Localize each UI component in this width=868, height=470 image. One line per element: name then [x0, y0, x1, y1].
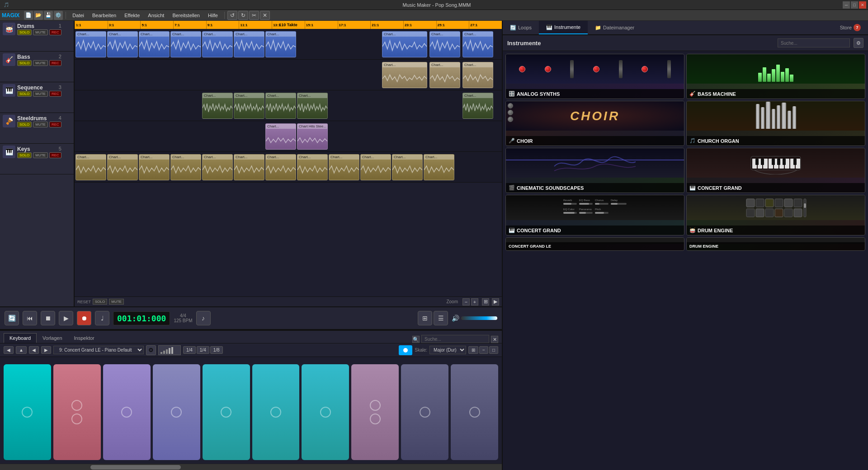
volume-slider[interactable]	[461, 316, 497, 320]
clip-drums-9[interactable]: Chart...	[429, 31, 460, 57]
note-len-1[interactable]: 1/4	[183, 346, 196, 354]
clip-keys-3[interactable]: Chart...	[139, 154, 170, 180]
kb-arrow-right[interactable]: ▶	[41, 346, 51, 354]
note-len-3[interactable]: 1/8	[210, 346, 223, 354]
tab-vorlagen[interactable]: Vorlagen	[37, 333, 68, 343]
card-concert-grand[interactable]: 🎹 CONCERT GRAND	[686, 148, 865, 193]
clip-keys-12[interactable]: Chart...	[424, 154, 454, 180]
loop-button[interactable]: 🔄	[5, 311, 19, 325]
track-mute-3[interactable]: MUTE	[33, 91, 48, 97]
clip-keys-11[interactable]: Chart...	[392, 154, 423, 180]
clip-drums-1[interactable]: Chart...	[75, 31, 106, 57]
extra-btn-2[interactable]: −	[479, 346, 488, 354]
instrumente-search[interactable]	[778, 38, 850, 47]
clip-keys-5[interactable]: Chart...	[202, 154, 233, 180]
menu-datei[interactable]: Datei	[69, 12, 88, 19]
clip-steel-1[interactable]: Chart...	[265, 123, 296, 150]
extra-btn-1[interactable]: ⊞	[468, 346, 478, 354]
card-concert-small[interactable]: CONCERT GRAND LE	[505, 237, 684, 251]
extra-btn-3[interactable]: □	[489, 346, 498, 354]
save-button[interactable]: 💾	[44, 11, 53, 20]
tune-button[interactable]: ♪	[196, 311, 211, 325]
list-view-button[interactable]: ☰	[434, 311, 448, 325]
pad-3[interactable]	[103, 364, 151, 460]
clip-keys-6[interactable]: Chart...	[234, 154, 264, 180]
pad-10[interactable]	[451, 364, 498, 460]
clip-drums-4[interactable]: Chart...	[170, 31, 201, 57]
grid-view-button[interactable]: ⊞	[418, 311, 432, 325]
card-drum-small[interactable]: DRUM ENGINE	[686, 237, 865, 251]
preset-settings[interactable]: ⚙	[146, 345, 156, 355]
clip-keys-2[interactable]: Chart...	[107, 154, 138, 180]
tab-dateimanager[interactable]: 📁 Dateimanager	[588, 21, 642, 34]
clip-keys-7[interactable]: Chart...	[265, 154, 296, 180]
instrumente-settings[interactable]: ⚙	[854, 38, 863, 48]
track-mute-5[interactable]: MUTE	[33, 152, 48, 158]
minimize-button[interactable]: ─	[843, 1, 850, 9]
settings-button[interactable]: ⚙️	[54, 11, 63, 20]
new-button[interactable]: 📄	[24, 11, 33, 20]
card-concert-grand-2[interactable]: Reverb EQ Bass Chorus Delay	[505, 195, 684, 235]
open-button[interactable]: 📂	[34, 11, 43, 20]
kb-arrow-left2[interactable]: ◀	[29, 346, 39, 354]
tracks-scroll[interactable]: Chart... Chart... Chart...	[75, 29, 502, 296]
pad-9[interactable]	[401, 364, 448, 460]
play-button[interactable]: ▶	[59, 311, 73, 325]
clip-drums-2[interactable]: Chart...	[107, 31, 138, 57]
stop-button[interactable]: ⏹	[41, 311, 55, 325]
clip-bass-1[interactable]: Chart...	[382, 62, 427, 88]
h-scroll-thumb[interactable]	[90, 465, 181, 470]
tab-store[interactable]: Store 7	[833, 21, 868, 34]
tab-loops[interactable]: 🔄 Loops	[503, 21, 539, 34]
clip-seq-3[interactable]: Chart...	[265, 93, 296, 119]
track-mute-1[interactable]: MUTE	[33, 29, 48, 35]
track-solo-2[interactable]: SOLO	[17, 60, 32, 66]
cut-tool[interactable]: ✂	[249, 11, 259, 20]
menu-bearbeiten[interactable]: Bearbeiten	[89, 12, 120, 19]
undo-button[interactable]: ↺	[227, 11, 237, 20]
tab-inspektor[interactable]: Inspektor	[68, 333, 100, 343]
clip-seq-5[interactable]: Chart...	[462, 93, 493, 119]
kb-arrow-up[interactable]: ▲	[16, 346, 27, 354]
panel-search-input[interactable]	[421, 335, 489, 343]
rewind-button[interactable]: ⏮	[23, 311, 37, 325]
tab-keyboard[interactable]: Keyboard	[4, 333, 37, 343]
pad-2[interactable]	[53, 364, 101, 460]
timeline-ruler[interactable]: 1:1 3:1 5:1 7:1 9:1 11:1 13:1 15:1 17:1 …	[75, 21, 502, 29]
global-mute-button[interactable]: MUTE	[109, 299, 124, 305]
card-church-organ[interactable]: 🎵 CHURCH ORGAN	[686, 101, 865, 146]
redo-button[interactable]: ↻	[238, 11, 248, 20]
scroll-right-button[interactable]: ▶	[492, 298, 499, 306]
track-solo-1[interactable]: SOLO	[17, 29, 32, 35]
clip-drums-10[interactable]: Chart...	[462, 31, 493, 57]
panel-search-button[interactable]: 🔍	[412, 336, 420, 343]
menu-ansicht[interactable]: Ansicht	[144, 12, 168, 19]
zoom-in-button[interactable]: +	[471, 298, 478, 306]
record-button[interactable]: ⏺	[77, 311, 91, 325]
menu-hilfe[interactable]: Hilfe	[204, 12, 222, 19]
track-rec-5[interactable]: REC	[49, 152, 61, 158]
card-drum-engine[interactable]: 🥁 DRUM ENGINE	[686, 195, 865, 235]
track-mute-2[interactable]: MUTE	[33, 60, 48, 66]
track-solo-3[interactable]: SOLO	[17, 91, 32, 97]
track-rec-1[interactable]: REC	[49, 29, 61, 35]
tab-instrumente[interactable]: 🎹 Instrumente	[539, 21, 588, 34]
clip-drums-8[interactable]: Chart...	[382, 31, 427, 57]
clip-keys-1[interactable]: Chart...	[75, 154, 106, 180]
clip-keys-9[interactable]: Chart...	[329, 154, 359, 180]
card-choir[interactable]: CHOIR 🎤 CHOIR	[505, 101, 684, 146]
close-button[interactable]: ✕	[859, 1, 866, 9]
pad-5[interactable]	[203, 364, 250, 460]
pad-4[interactable]	[153, 364, 200, 460]
clip-keys-8[interactable]: Chart...	[297, 154, 328, 180]
preset-selector[interactable]: 9: Concert Grand LE - Piano Default	[53, 346, 144, 354]
clip-seq-2[interactable]: Chart...	[234, 93, 264, 119]
fit-button[interactable]: ⊞	[482, 298, 489, 306]
clip-drums-7[interactable]: Chart...	[265, 31, 296, 57]
clip-bass-3[interactable]: Chart...	[462, 62, 493, 88]
clip-keys-10[interactable]: Chart...	[360, 154, 391, 180]
menu-effekte[interactable]: Effekte	[121, 12, 143, 19]
clip-drums-5[interactable]: Chart...	[202, 31, 233, 57]
card-cinematic-soundscapes[interactable]: 🎬 CINEMATIC SOUNDSCAPES	[505, 148, 684, 193]
clip-steel-2[interactable]: Chart Hits Stee...	[297, 123, 328, 150]
